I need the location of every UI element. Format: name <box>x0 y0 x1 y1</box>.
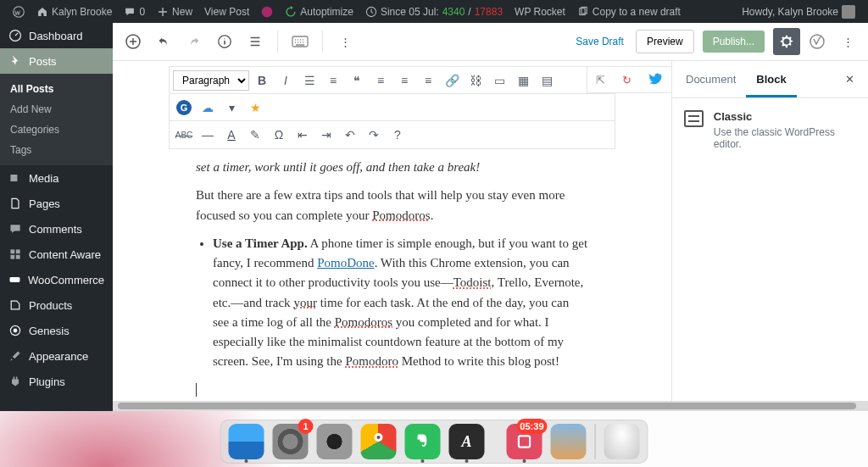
publish-button[interactable]: Publish... <box>703 31 765 53</box>
post-content[interactable]: set a timer, work until it goes off, and… <box>113 158 671 411</box>
insert-button[interactable]: ▦ <box>512 69 534 92</box>
comments-count[interactable]: 0 <box>118 0 151 23</box>
sidebar-item-appearance[interactable]: Appearance <box>0 343 113 369</box>
bullet-list-button[interactable]: ☰ <box>298 69 320 92</box>
sidebar-item-media[interactable]: Media <box>0 165 113 191</box>
sidebar-item-label: Dashboard <box>29 30 83 42</box>
sidebar-item-products[interactable]: Products <box>0 292 113 318</box>
more-menu-button[interactable]: ⋮ <box>834 28 861 55</box>
link-button[interactable]: 🔗 <box>441 69 463 92</box>
grammarly-button[interactable]: G <box>173 97 195 119</box>
outdent-button[interactable]: ⇤ <box>292 124 314 146</box>
sidebar-item-label: WooCommerce <box>28 274 104 286</box>
dropdown-button[interactable]: ▾ <box>220 97 242 119</box>
dock-launchpad[interactable] <box>317 424 353 459</box>
view-post[interactable]: View Post <box>198 0 255 23</box>
hr-button[interactable]: ― <box>197 124 219 146</box>
howdy-user[interactable]: Howdy, Kalyn Brooke <box>736 0 861 23</box>
scrollbar-thumb[interactable] <box>118 403 856 409</box>
redo-button[interactable] <box>181 28 208 55</box>
help-button[interactable]: ? <box>387 124 409 146</box>
bold-button[interactable]: B <box>251 69 273 92</box>
stats-since[interactable]: Since 05 Jul: 4340 / 17883 <box>359 0 509 23</box>
new-content[interactable]: New <box>151 0 198 23</box>
more-tools-button[interactable]: ⋮ <box>331 28 359 55</box>
more-button[interactable]: ▭ <box>488 69 510 92</box>
copy-to-draft[interactable]: Copy to a new draft <box>571 0 687 23</box>
autoptimize-button[interactable]: Autoptimize <box>279 0 359 23</box>
site-home[interactable]: Kalyn Brooke <box>31 0 118 23</box>
dock-adobe-reader[interactable]: A <box>449 424 485 459</box>
keyboard-icon <box>292 35 309 48</box>
submenu-add-new[interactable]: Add New <box>0 99 113 120</box>
sidebar-item-pages[interactable]: Pages <box>0 191 113 216</box>
redo2-button[interactable]: ↷ <box>363 124 385 146</box>
move-icon[interactable]: ⇱ <box>596 74 605 86</box>
keyboard-button[interactable] <box>287 28 314 55</box>
info-button[interactable] <box>211 28 238 55</box>
strike-button[interactable]: ABC <box>173 124 195 146</box>
sidebar-item-label: Products <box>29 299 72 312</box>
svg-rect-8 <box>10 255 14 259</box>
comment-icon <box>124 6 136 18</box>
twitter-icon[interactable] <box>649 72 663 88</box>
sidebar-item-content-aware[interactable]: Content Aware <box>0 242 113 267</box>
clear-button[interactable]: ✎ <box>244 124 266 146</box>
align-right-button[interactable]: ≡ <box>417 69 439 92</box>
dock-evernote[interactable] <box>405 424 441 459</box>
refresh-icon[interactable]: ↻ <box>622 74 632 86</box>
sidebar-item-plugins[interactable]: Plugins <box>0 369 113 394</box>
save-draft-button[interactable]: Save Draft <box>567 36 632 47</box>
sidebar-item-label: Media <box>29 172 58 185</box>
yoast-icon <box>809 33 826 50</box>
panel-close-button[interactable]: ✕ <box>835 64 865 94</box>
textcolor-button[interactable]: A <box>220 124 242 146</box>
sidebar-item-genesis[interactable]: Genesis <box>0 318 113 343</box>
horizontal-scrollbar[interactable] <box>113 401 868 411</box>
pomodone-link[interactable]: PomoDone <box>317 256 375 270</box>
sidebar-item-dashboard[interactable]: Dashboard <box>0 23 113 48</box>
svg-rect-6 <box>10 249 14 253</box>
submenu-categories[interactable]: Categories <box>0 120 113 140</box>
yoast-button[interactable] <box>255 0 279 23</box>
italic-button[interactable]: I <box>275 69 297 92</box>
dock-system-preferences[interactable]: 1 <box>273 424 309 459</box>
wp-logo[interactable] <box>7 0 31 23</box>
pomodone-timer-badge: 05:39 <box>516 419 547 434</box>
dock-trash[interactable] <box>604 424 640 459</box>
unlink-button[interactable]: ⛓ <box>465 69 487 92</box>
dock-preview[interactable] <box>551 424 587 459</box>
special-char-button[interactable]: Ω <box>268 124 290 146</box>
outline-button[interactable] <box>242 28 269 55</box>
settings-toggle-button[interactable] <box>773 28 800 55</box>
submenu-tags[interactable]: Tags <box>0 140 113 160</box>
sidebar-item-comments[interactable]: Comments <box>0 216 113 242</box>
undo-button[interactable] <box>150 28 177 55</box>
dock-chrome[interactable] <box>361 424 397 459</box>
wp-rocket[interactable]: WP Rocket <box>509 0 571 23</box>
dock-finder[interactable] <box>229 424 264 459</box>
dashboard-icon <box>8 29 22 42</box>
align-left-button[interactable]: ≡ <box>370 69 392 92</box>
yoast-toggle[interactable] <box>804 28 831 55</box>
dock-pomodone[interactable]: 05:39 <box>507 424 542 459</box>
indent-button[interactable]: ⇥ <box>315 124 337 146</box>
add-block-button[interactable] <box>120 28 147 55</box>
toolbar-toggle[interactable]: ▤ <box>536 69 558 92</box>
sidebar-item-woocommerce[interactable]: WooCommerce <box>0 267 113 292</box>
sidebar-item-label: Plugins <box>29 375 65 388</box>
plugin-icon <box>8 375 22 388</box>
preview-button[interactable]: Preview <box>636 30 694 53</box>
cloud-button[interactable]: ☁ <box>197 97 219 119</box>
undo2-button[interactable]: ↶ <box>339 124 361 146</box>
tab-document[interactable]: Document <box>676 61 746 97</box>
align-center-button[interactable]: ≡ <box>393 69 415 92</box>
number-list-button[interactable]: ≡ <box>322 69 344 92</box>
format-select[interactable]: Paragraph <box>173 70 249 91</box>
sidebar-item-posts[interactable]: Posts <box>0 48 113 74</box>
posts-submenu: All Posts Add New Categories Tags <box>0 74 113 165</box>
star-button[interactable]: ★ <box>244 97 266 119</box>
tab-block[interactable]: Block <box>746 61 796 97</box>
submenu-all-posts[interactable]: All Posts <box>0 79 113 99</box>
quote-button[interactable]: ❝ <box>346 69 368 92</box>
